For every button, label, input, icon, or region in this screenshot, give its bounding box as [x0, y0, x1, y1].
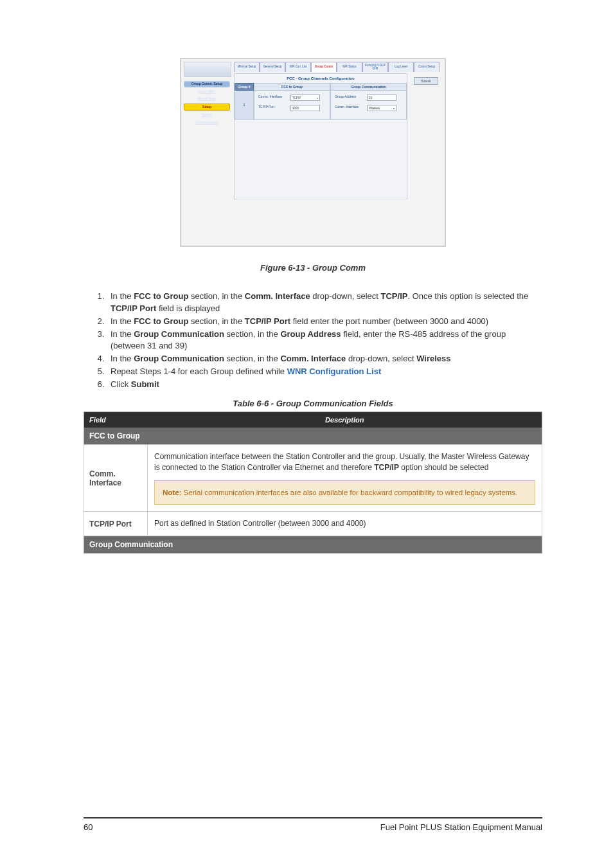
- step-2: In the FCC to Group section, in the TCP/…: [107, 316, 542, 328]
- nav-setup[interactable]: Setup: [184, 104, 230, 111]
- comm-interface-select-left[interactable]: TCPIP: [290, 95, 320, 101]
- panel-title: FCC - Group Channels Configuration: [235, 77, 407, 80]
- app-logo: [184, 62, 231, 77]
- section-group-communication: Group Communication: [84, 536, 542, 554]
- nav-status[interactable]: Status: [184, 112, 230, 118]
- tcpip-port-input[interactable]: 3000: [290, 105, 320, 111]
- desc-comm-interface: Communication interface between the Stat…: [148, 444, 542, 512]
- tab-minimal-setup[interactable]: Minimal Setup: [234, 62, 260, 72]
- comm-interface-label-left: Comm. Interface: [258, 95, 288, 101]
- group-comm-screenshot: Group Comm. Setup Local WGT Home Page Se…: [180, 58, 446, 247]
- section-fcc-to-group: FCC to Group: [84, 428, 542, 445]
- document-title: Fuel Point PLUS Station Equipment Manual: [380, 822, 542, 832]
- field-tcpip-port: TCP/IP Port: [84, 512, 148, 536]
- tab-wr-status[interactable]: WR Status: [337, 62, 362, 72]
- step-4: In the Group Communication section, in t…: [107, 353, 542, 365]
- tcpip-port-label: TCPIP Port: [258, 105, 288, 111]
- col-description: Description: [148, 411, 542, 428]
- table-caption: Table 6-6 - Group Communication Fields: [84, 399, 542, 408]
- tab-group-comm[interactable]: Group Comm: [311, 62, 337, 72]
- nav-home-page[interactable]: Home Page: [184, 96, 230, 102]
- comm-interface-select-right[interactable]: Wireless: [367, 105, 396, 111]
- instruction-steps: In the FCC to Group section, in the Comm…: [84, 291, 542, 391]
- field-comm-interface: Comm. Interface: [84, 444, 148, 512]
- tab-wr-con-list[interactable]: WR Con. List: [285, 62, 311, 72]
- col-field: Field: [84, 411, 148, 428]
- figure-caption: Figure 6-13 - Group Comm: [84, 263, 542, 273]
- comm-interface-label-right: Comm. Interface: [335, 105, 364, 111]
- step-6: Click Submit: [107, 379, 542, 391]
- step-3: In the Group Communication section, in t…: [107, 329, 542, 353]
- group-number: 1: [235, 91, 254, 120]
- group-address-input[interactable]: 33: [367, 95, 396, 101]
- group-communication-fields-table: Field Description FCC to Group Comm. Int…: [84, 411, 542, 554]
- tab-comm-setup[interactable]: Comm Setup: [414, 62, 440, 72]
- tab-general-setup[interactable]: General Setup: [260, 62, 285, 72]
- nav-local-wgt[interactable]: Local WGT: [184, 89, 230, 95]
- submit-button[interactable]: Submit: [414, 77, 438, 85]
- desc-tcpip-port: Port as defined in Station Controller (b…: [148, 512, 542, 536]
- note-box: Note: Serial communication interfaces ar…: [154, 480, 535, 505]
- tab-log-level[interactable]: Log Level: [388, 62, 414, 72]
- tab-pump-s-n-dlr-dir[interactable]: Pump(s) N DLR DIR: [362, 62, 388, 72]
- nav-group-comm-setup[interactable]: Group Comm. Setup: [184, 81, 230, 87]
- nav-admin[interactable]: Administration: [184, 120, 230, 126]
- group-communication-header: Group Communication: [330, 83, 407, 91]
- wnr-config-list-link[interactable]: WNR Configuration List: [287, 366, 382, 376]
- group-address-label: Group Address: [335, 95, 364, 101]
- page-number: 60: [84, 822, 93, 832]
- step-1: In the FCC to Group section, in the Comm…: [107, 291, 542, 315]
- fcc-to-group-header: FCC to Group: [254, 83, 330, 91]
- step-5: Repeat Steps 1-4 for each Group defined …: [107, 366, 542, 378]
- group-col-header: Group #: [235, 83, 254, 91]
